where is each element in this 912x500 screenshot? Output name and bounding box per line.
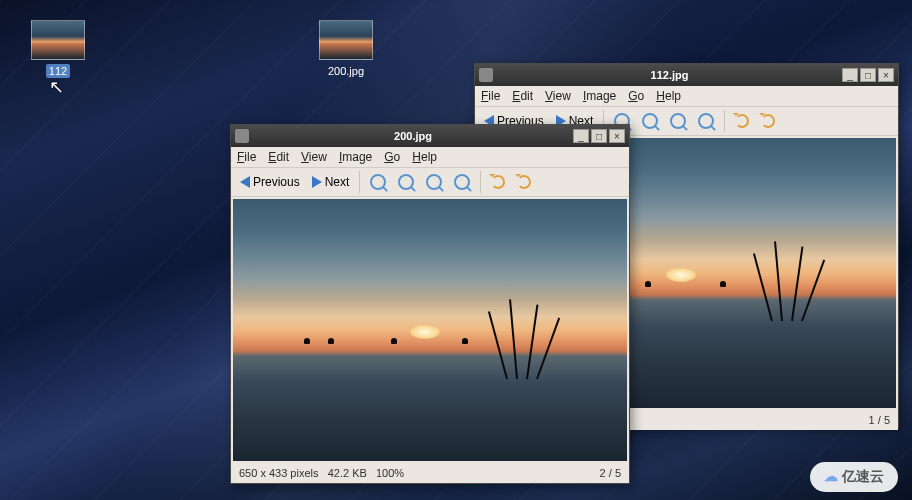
rotate-right-button[interactable]: [512, 173, 536, 191]
window-title: 200.jpg: [255, 130, 571, 142]
image-viewer-window-200[interactable]: 200.jpg _ □ × File Edit View Image Go He…: [230, 124, 630, 484]
window-title: 112.jpg: [499, 69, 840, 81]
status-filesize: 42.2 KB: [328, 467, 367, 479]
desktop-icon-200[interactable]: 200.jpg: [310, 20, 382, 78]
zoom-in-icon: [370, 174, 386, 190]
next-button[interactable]: Next: [307, 173, 355, 191]
maximize-button[interactable]: □: [591, 129, 607, 143]
minimize-button[interactable]: _: [842, 68, 858, 82]
separator: [359, 171, 360, 193]
zoom-out-button[interactable]: [393, 172, 419, 192]
close-button[interactable]: ×: [609, 129, 625, 143]
rotate-left-icon: [491, 175, 505, 189]
rotate-left-button[interactable]: [486, 173, 510, 191]
zoom-in-button[interactable]: [365, 172, 391, 192]
menu-view[interactable]: View: [545, 89, 571, 103]
zoom-fit-icon: [454, 174, 470, 190]
app-icon: [235, 129, 249, 143]
close-button[interactable]: ×: [878, 68, 894, 82]
separator: [480, 171, 481, 193]
rotate-left-button[interactable]: [730, 112, 754, 130]
zoom-fit-icon: [698, 113, 714, 129]
status-position: 1 / 5: [869, 414, 890, 426]
zoom-100-button[interactable]: [421, 172, 447, 192]
zoom-out-icon: [642, 113, 658, 129]
icon-label: 200.jpg: [325, 64, 367, 78]
menu-file[interactable]: File: [237, 150, 256, 164]
image-canvas[interactable]: [233, 199, 627, 461]
watermark: ☁亿速云: [810, 462, 898, 492]
zoom-100-button[interactable]: [665, 111, 691, 131]
menu-edit[interactable]: Edit: [268, 150, 289, 164]
menu-image[interactable]: Image: [339, 150, 372, 164]
menu-go[interactable]: Go: [384, 150, 400, 164]
zoom-out-icon: [398, 174, 414, 190]
separator: [724, 110, 725, 132]
menubar: File Edit View Image Go Help: [475, 86, 898, 106]
zoom-fit-button[interactable]: [693, 111, 719, 131]
menu-view[interactable]: View: [301, 150, 327, 164]
rotate-right-button[interactable]: [756, 112, 780, 130]
rotate-right-icon: [517, 175, 531, 189]
icon-label: 112: [46, 64, 70, 78]
rotate-right-icon: [761, 114, 775, 128]
menu-edit[interactable]: Edit: [512, 89, 533, 103]
app-icon: [479, 68, 493, 82]
zoom-100-icon: [670, 113, 686, 129]
arrow-right-icon: [312, 176, 322, 188]
previous-button[interactable]: Previous: [235, 173, 305, 191]
menu-file[interactable]: File: [481, 89, 500, 103]
arrow-left-icon: [240, 176, 250, 188]
toolbar: Previous Next: [231, 167, 629, 197]
minimize-button[interactable]: _: [573, 129, 589, 143]
menubar: File Edit View Image Go Help: [231, 147, 629, 167]
photo-content: [233, 199, 627, 461]
status-zoom: 100%: [376, 467, 404, 479]
cursor-icon: ↖: [49, 76, 64, 98]
menu-help[interactable]: Help: [656, 89, 681, 103]
titlebar[interactable]: 200.jpg _ □ ×: [231, 125, 629, 147]
rotate-left-icon: [735, 114, 749, 128]
menu-go[interactable]: Go: [628, 89, 644, 103]
menu-image[interactable]: Image: [583, 89, 616, 103]
statusbar: 650 x 433 pixels 42.2 KB 100% 2 / 5: [231, 463, 629, 483]
titlebar[interactable]: 112.jpg _ □ ×: [475, 64, 898, 86]
desktop-icon-112[interactable]: 112: [22, 20, 94, 78]
zoom-out-button[interactable]: [637, 111, 663, 131]
maximize-button[interactable]: □: [860, 68, 876, 82]
menu-help[interactable]: Help: [412, 150, 437, 164]
thumbnail-icon: [31, 20, 85, 60]
zoom-100-icon: [426, 174, 442, 190]
status-position: 2 / 5: [600, 467, 621, 479]
thumbnail-icon: [319, 20, 373, 60]
zoom-fit-button[interactable]: [449, 172, 475, 192]
status-dimensions: 650 x 433 pixels: [239, 467, 319, 479]
